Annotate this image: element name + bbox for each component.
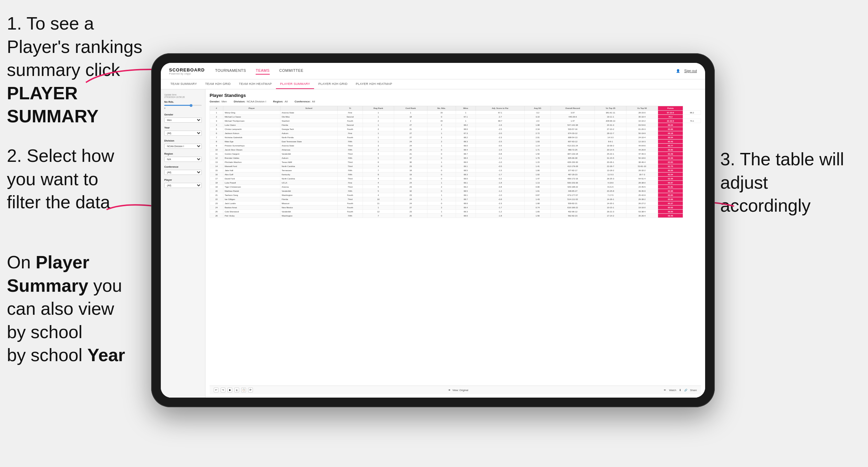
- tablet: SCOREBOARD Powered by clippi TOURNAMENTS…: [151, 53, 715, 407]
- eye-icon: 👁: [448, 389, 451, 392]
- download-icon[interactable]: ⬇: [679, 389, 681, 392]
- year-section: Year (All) First Second Third Fourth Fif…: [164, 126, 202, 136]
- sign-out-link[interactable]: Sign out: [684, 69, 697, 73]
- col-reg-rank: Reg Rank: [363, 106, 394, 111]
- copy-btn[interactable]: ⎘: [234, 388, 239, 392]
- undo-btn[interactable]: ↩: [214, 388, 219, 392]
- annotation-bottom-left: On Player Summary you can also view by s…: [7, 251, 137, 367]
- toolbar-left: ↩ ↪ ▶ ⎘ 📋 ⟳: [214, 388, 253, 392]
- gender-select[interactable]: Men Women: [164, 118, 202, 123]
- sub-nav-team-summary[interactable]: TEAM SUMMARY: [166, 79, 201, 89]
- toolbar-bottom: ↩ ↪ ▶ ⎘ 📋 ⟳ 👁 View: Original 👁 Watch: [210, 386, 701, 394]
- division-label: Division: [164, 139, 202, 142]
- filter-division: Division: NCAA Division I: [234, 100, 266, 103]
- division-section: Division NCAA Division I: [164, 139, 202, 149]
- player-label: Player: [164, 178, 202, 181]
- division-select[interactable]: NCAA Division I: [164, 144, 202, 149]
- no-rds-section: No Rds. 0: [164, 100, 202, 110]
- table-row: 6Jackson KoivunAuburnFirst127167.3-2.02.…: [210, 131, 701, 135]
- data-table: # Player School Yr Reg Rank Conf Rank No…: [210, 106, 701, 218]
- col-vs-top50: Vs Top 50: [626, 106, 658, 111]
- main-content: Update time: 27/03/2024 16:56:26 No Rds.…: [161, 89, 705, 398]
- sub-nav-player-summary[interactable]: PLAYER SUMMARY: [276, 79, 314, 89]
- table-row: 4Luke ClatonFloridaSecond127268.2-1.61.9…: [210, 123, 701, 127]
- table-body: 1Wenyi DingArizona StateFirst1115167.1-3…: [210, 111, 701, 218]
- table-header: # Player School Yr Reg Rank Conf Rank No…: [210, 106, 701, 111]
- table-row: 19Tiger ChristensenArizonaThird523269.2-…: [210, 185, 701, 189]
- forward-btn[interactable]: ▶: [227, 388, 232, 392]
- player-section: Player (All): [164, 178, 202, 188]
- col-vs-top25: Vs Top 25: [595, 106, 626, 111]
- table-row: 3Michael ThorbjornsenStanfordFourth22151…: [210, 119, 701, 123]
- refresh-btn[interactable]: ⟳: [248, 388, 253, 392]
- app-header: SCOREBOARD Powered by clippi TOURNAMENTS…: [161, 63, 705, 79]
- table-row: 14Maxwell FordNorth CarolinaThird423069.…: [210, 164, 701, 168]
- col-school: School: [280, 106, 337, 111]
- user-icon: 👤: [676, 69, 680, 73]
- filter-conference: Conference: All: [294, 100, 315, 103]
- table-scroll[interactable]: # Player School Yr Reg Rank Conf Rank No…: [210, 106, 701, 386]
- gender-label: Gender: [164, 113, 202, 116]
- table-row: 5Christo LamprechtGeorgia TechFourth2212…: [210, 127, 701, 131]
- slider-fill: [164, 105, 190, 106]
- col-no-rds: No. Rds.: [427, 106, 456, 111]
- sub-nav: TEAM SUMMARY TEAM H2H GRID TEAM H2H HEAT…: [161, 79, 705, 89]
- no-rds-label: No Rds.: [164, 100, 202, 103]
- nav-menu: TOURNAMENTS TEAMS COMMITTEE: [215, 68, 676, 75]
- logo-text: SCOREBOARD: [169, 67, 205, 73]
- col-overall: Overall Record: [550, 106, 594, 111]
- year-select[interactable]: (All) First Second Third Fourth Fifth: [164, 131, 202, 136]
- paste-btn[interactable]: 📋: [241, 388, 246, 392]
- slider-track[interactable]: [164, 105, 202, 106]
- region-label: Region: [164, 152, 202, 155]
- sub-nav-team-h2h-heatmap[interactable]: TEAM H2H HEATMAP: [235, 79, 276, 89]
- toolbar-center: 👁 View: Original: [448, 389, 468, 392]
- sub-nav-player-h2h-grid[interactable]: PLAYER H2H GRID: [314, 79, 352, 89]
- nav-teams[interactable]: TEAMS: [256, 68, 269, 75]
- table-row: 15Jake HallTennesseeFifth718068.5-1.51.6…: [210, 168, 701, 173]
- logo-sub: Powered by clippi: [169, 73, 205, 75]
- table-row: 1Wenyi DingArizona StateFirst1115167.1-3…: [210, 111, 701, 115]
- player-select[interactable]: (All): [164, 183, 202, 188]
- col-wins: Wins: [456, 106, 476, 111]
- sub-nav-player-h2h-heatmap[interactable]: PLAYER H2H HEATMAP: [352, 79, 396, 89]
- table-row: 12Brendan ValdesAuburnFifth537068.4-1.11…: [210, 156, 701, 160]
- col-rank: #: [210, 106, 223, 111]
- conference-select[interactable]: (All): [164, 170, 202, 175]
- logo-area: SCOREBOARD Powered by clippi: [169, 67, 205, 75]
- view-label: View: Original: [452, 389, 468, 392]
- share-icon: 🔗: [684, 389, 687, 392]
- toolbar-right: 👁 Watch ⬇ 🔗 Share: [664, 389, 697, 392]
- table-row: 26Petr HrubyWashingtonFifth725068.6-1.81…: [210, 214, 701, 218]
- region-select[interactable]: N/A All: [164, 157, 202, 162]
- table-row: 13Phichakn MaichonTexas A&MThird630169.0…: [210, 160, 701, 164]
- table-row: 22Ian GilliganFloridaThird1024168.7-0.81…: [210, 197, 701, 201]
- region-section: Region N/A All: [164, 152, 202, 162]
- redo-btn[interactable]: ↪: [221, 388, 225, 392]
- conference-section: Conference (All): [164, 165, 202, 175]
- watch-icon: 👁: [664, 389, 666, 392]
- share-label[interactable]: Share: [690, 389, 697, 392]
- gender-section: Gender Men Women: [164, 113, 202, 123]
- table-row: 18Luke PowellUCLAFirst424169.1-1.81.1350…: [210, 181, 701, 185]
- table-title: Player Standings: [210, 93, 701, 98]
- table-row: 9Preston SummerhaysArizona StateThird324…: [210, 144, 701, 148]
- col-avg-sg: Avg SG: [525, 106, 551, 111]
- table-row: 11Gordon SargentVanderbiltThird421068.7-…: [210, 152, 701, 156]
- table-row: 20Matthew RiedelVanderbiltFifth532068.5-…: [210, 189, 701, 193]
- table-area: Player Standings Gender: Men Division: N…: [205, 89, 705, 398]
- table-row: 10Jacob Skov OlesenArkansasFifth225068.4…: [210, 148, 701, 152]
- table-row: 23Jack LundinMissouriFourth1124068.6-2.3…: [210, 201, 701, 205]
- filters-row: Gender: Men Division: NCAA Division I Re…: [210, 100, 701, 103]
- sub-nav-team-h2h-grid[interactable]: TEAM H2H GRID: [201, 79, 235, 89]
- sidebar: Update time: 27/03/2024 16:56:26 No Rds.…: [161, 89, 205, 398]
- slider-thumb[interactable]: [190, 104, 192, 107]
- watch-label[interactable]: Watch: [669, 389, 676, 392]
- nav-committee[interactable]: COMMITTEE: [279, 68, 304, 75]
- tablet-screen: SCOREBOARD Powered by clippi TOURNAMENTS…: [161, 63, 705, 398]
- col-conf-rank: Conf Rank: [394, 106, 427, 111]
- nav-tournaments[interactable]: TOURNAMENTS: [215, 68, 246, 75]
- annotation-right: 3. The table will adjust accordingly: [720, 148, 858, 218]
- table-row: 24Bastian AmatNew MexicoFourth127269.4-1…: [210, 205, 701, 210]
- col-points: Points: [658, 106, 683, 111]
